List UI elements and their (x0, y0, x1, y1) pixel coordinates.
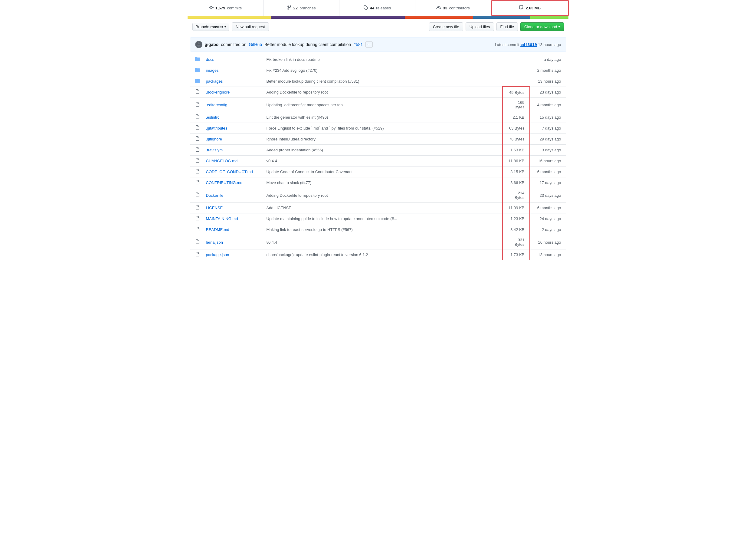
commit-author[interactable]: gigabo (205, 42, 219, 47)
file-time-cell: 6 months ago (530, 167, 566, 177)
file-link[interactable]: .dockerignore (206, 90, 230, 94)
file-link[interactable]: README.md (206, 227, 229, 232)
file-time-cell: 13 hours ago (530, 250, 566, 260)
file-message-cell: Better module lookup during client compi… (262, 76, 503, 87)
file-name-cell: .travis.yml (201, 145, 262, 155)
lang-html (405, 16, 473, 19)
file-type-icon (190, 98, 201, 112)
file-name-cell: CHANGELOG.md (201, 155, 262, 167)
branch-selector[interactable]: Branch: master ▾ (192, 23, 229, 31)
file-name-cell: CONTRIBUTING.md (201, 177, 262, 188)
file-link[interactable]: package.json (206, 253, 229, 257)
releases-count: 44 (370, 6, 374, 10)
file-time-cell: 16 hours ago (530, 235, 566, 250)
file-name-cell: CODE_OF_CONDUCT.md (201, 167, 262, 177)
pr-link[interactable]: #581 (353, 42, 363, 47)
file-link[interactable]: CODE_OF_CONDUCT.md (206, 170, 253, 174)
table-row: lerna.jsonv0.4.4331 Bytes16 hours ago (190, 235, 566, 250)
size-stat[interactable]: 2.63 MB (491, 0, 569, 16)
file-size-cell: 11.86 KB (503, 155, 530, 167)
file-link[interactable]: .gitattributes (206, 126, 227, 130)
file-link[interactable]: .eslintrc (206, 115, 220, 120)
file-type-icon (190, 203, 201, 213)
commit-info-right: Latest commit bdf3819 13 hours ago (495, 42, 561, 47)
branch-name: master (210, 25, 223, 29)
branches-stat[interactable]: 22 branches (263, 0, 340, 16)
file-time-cell: 7 days ago (530, 123, 566, 134)
file-link[interactable]: LICENSE (206, 206, 223, 210)
commit-info-left: gigabo committed on GitHub Better module… (195, 41, 492, 48)
file-size-cell: 11.09 KB (503, 203, 530, 213)
table-row: .editorconfigUpdating .editorconfig: moa… (190, 98, 566, 112)
file-size-cell: 169 Bytes (503, 98, 530, 112)
file-message-cell: Lint the generator with eslint (#496) (262, 112, 503, 123)
branches-count: 22 (293, 6, 298, 10)
file-link[interactable]: .editorconfig (206, 102, 227, 107)
committed-text: committed on (221, 42, 246, 47)
file-size-cell: 1.73 KB (503, 250, 530, 260)
file-name-cell: .gitignore (201, 134, 262, 145)
file-link[interactable]: lerna.json (206, 240, 223, 244)
commits-icon (209, 5, 214, 11)
file-time-cell: 6 months ago (530, 203, 566, 213)
file-size-cell: 1.23 KB (503, 213, 530, 224)
commit-dots-button[interactable]: ··· (366, 41, 373, 48)
file-size-cell: 1.63 KB (503, 145, 530, 155)
file-link[interactable]: docs (206, 57, 214, 62)
file-size-cell: 2.1 KB (503, 112, 530, 123)
file-size-cell: 3.42 KB (503, 224, 530, 235)
create-new-file-button[interactable]: Create new file (429, 22, 463, 31)
avatar (195, 41, 202, 48)
table-row: .travis.ymlAdded proper indentation (#55… (190, 145, 566, 155)
file-link[interactable]: CHANGELOG.md (206, 158, 238, 163)
branch-label: Branch: (196, 25, 209, 29)
file-message-cell: Move chat to slack (#477) (262, 177, 503, 188)
file-name-cell: MAINTAINING.md (201, 213, 262, 224)
contributors-stat[interactable]: 33 contributors (415, 0, 491, 16)
file-name-cell: images (201, 65, 262, 76)
file-time-cell: 2 months ago (530, 65, 566, 76)
file-link[interactable]: CONTRIBUTING.md (206, 180, 243, 185)
file-name-cell: .eslintrc (201, 112, 262, 123)
platform-link[interactable]: GitHub (249, 42, 262, 47)
size-icon (519, 5, 524, 11)
find-file-button[interactable]: Find file (497, 22, 518, 31)
file-message-cell: v0.4.4 (262, 235, 503, 250)
chevron-down-icon: ▾ (224, 25, 226, 28)
file-link[interactable]: .travis.yml (206, 148, 224, 152)
releases-stat[interactable]: 44 releases (340, 0, 415, 16)
file-size-cell: 76 Bytes (503, 134, 530, 145)
upload-files-button[interactable]: Upload files (466, 22, 494, 31)
file-time-cell: a day ago (530, 54, 566, 65)
commit-hash-link[interactable]: bdf3819 (520, 42, 537, 47)
file-message-cell: Force Linguist to exclude `.md` and `.py… (262, 123, 503, 134)
file-type-icon (190, 54, 201, 65)
file-size-cell (503, 65, 530, 76)
table-row: imagesFix #234 Add svg logo (#270)2 mont… (190, 65, 566, 76)
toolbar: Branch: master ▾ New pull request Create… (188, 19, 569, 35)
file-link[interactable]: Dockerfile (206, 193, 224, 198)
file-time-cell: 16 hours ago (530, 155, 566, 167)
file-link[interactable]: images (206, 68, 219, 72)
new-pull-request-button[interactable]: New pull request (232, 22, 269, 31)
table-row: .gitignoreIgnore IntelliJ .idea director… (190, 134, 566, 145)
size-count: 2.63 MB (526, 6, 541, 10)
file-table: docsFix broken link in docs readmea day … (190, 54, 566, 261)
table-row: LICENSEAdd LICENSE11.09 KB6 months ago (190, 203, 566, 213)
file-link[interactable]: packages (206, 79, 223, 84)
clone-or-download-button[interactable]: Clone or download ▾ (520, 22, 564, 31)
file-time-cell: 3 days ago (530, 145, 566, 155)
file-time-cell: 2 days ago (530, 224, 566, 235)
commits-stat[interactable]: 1,679 commits (188, 0, 263, 16)
file-type-icon (190, 250, 201, 260)
file-link[interactable]: .gitignore (206, 137, 222, 141)
releases-icon (363, 5, 368, 11)
commits-label: commits (227, 6, 242, 10)
file-link[interactable]: MAINTAINING.md (206, 216, 238, 221)
file-message-cell: Update Code of Conduct to Contributor Co… (262, 167, 503, 177)
commit-message: Better module lookup during client compi… (264, 42, 351, 47)
file-name-cell: package.json (201, 250, 262, 260)
file-size-cell: 63 Bytes (503, 123, 530, 134)
contributors-icon (436, 5, 441, 11)
contributors-count: 33 (443, 6, 447, 10)
